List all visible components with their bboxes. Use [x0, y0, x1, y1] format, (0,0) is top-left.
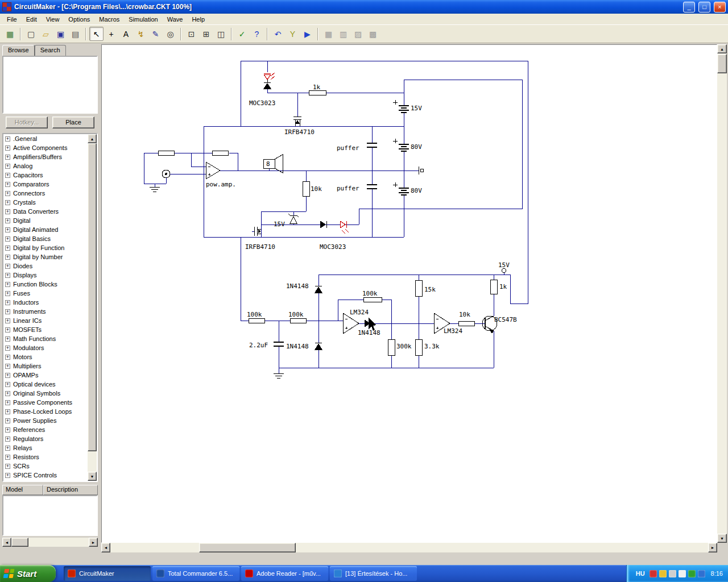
zener-symbol[interactable]: [288, 214, 299, 223]
expand-icon[interactable]: +: [5, 409, 10, 414]
sidebar-item-active-components[interactable]: +Active Components: [3, 143, 88, 152]
scroll-left-icon[interactable]: ◄: [101, 543, 110, 552]
scroll-left-icon[interactable]: ◄: [2, 538, 11, 547]
new-file-button[interactable]: ▢: [24, 27, 38, 41]
expand-icon[interactable]: +: [5, 473, 10, 478]
sidebar-item-passive-components[interactable]: +Passive Components: [3, 398, 88, 407]
sidebar-item-capacitors[interactable]: +Capacitors: [3, 171, 88, 180]
expand-icon[interactable]: +: [5, 164, 10, 169]
expand-icon[interactable]: +: [5, 291, 10, 296]
tray-display-icon[interactable]: [679, 570, 686, 577]
opamp-symbols[interactable]: [206, 162, 450, 334]
sidebar-item-crystals[interactable]: +Crystals: [3, 198, 88, 207]
expand-icon[interactable]: +: [5, 246, 10, 251]
expand-icon[interactable]: +: [5, 255, 10, 260]
fit-page-button[interactable]: ⊡: [184, 27, 198, 41]
expand-icon[interactable]: +: [5, 136, 10, 142]
sidebar-item-instruments[interactable]: +Instruments: [3, 307, 88, 316]
taskbar-item-adobe-reader-m-v[interactable]: Adobe Reader - [műv...: [241, 566, 328, 581]
category-scrollbar[interactable]: ▲ ▼: [88, 134, 97, 481]
delete-tool-button[interactable]: ↯: [134, 27, 148, 41]
run-simulation-button[interactable]: ▶: [300, 27, 315, 41]
minimize-button[interactable]: _: [683, 2, 695, 13]
tray-volume-icon[interactable]: [669, 570, 676, 577]
tab-browse[interactable]: Browse: [2, 45, 35, 56]
expand-icon[interactable]: +: [5, 282, 10, 287]
sidebar-item-phase-locked-loops[interactable]: +Phase-Locked Loops: [3, 407, 88, 416]
digital-display-4-button[interactable]: ▩: [366, 27, 380, 41]
digital-display-2-button[interactable]: ▥: [336, 27, 350, 41]
expand-icon[interactable]: +: [5, 327, 10, 332]
language-indicator[interactable]: HU: [634, 569, 647, 577]
split-view-button[interactable]: ◫: [214, 27, 228, 41]
sidebar-item-math-functions[interactable]: +Math Functions: [3, 334, 88, 343]
scrollbar-thumb[interactable]: [717, 54, 727, 73]
expand-icon[interactable]: +: [5, 336, 10, 342]
probe-y-button[interactable]: Y: [286, 27, 300, 41]
menu-item-edit[interactable]: Edit: [22, 14, 42, 24]
expand-icon[interactable]: +: [5, 436, 10, 442]
sidebar-item-references[interactable]: +References: [3, 425, 88, 434]
expand-icon[interactable]: +: [5, 182, 10, 187]
sidebar-item-diodes[interactable]: +Diodes: [3, 261, 88, 271]
schematic-wires[interactable]: [144, 61, 528, 373]
schematic-canvas[interactable]: MOC30231k15VIRFB4710puffer80Vpuffer80Vpo…: [101, 44, 717, 543]
sidebar-item-relays[interactable]: +Relays: [3, 443, 88, 452]
reset-simulation-button[interactable]: ↶: [271, 27, 285, 41]
expand-icon[interactable]: +: [5, 264, 10, 269]
print-button[interactable]: ▤: [68, 27, 82, 41]
expand-icon[interactable]: +: [5, 218, 10, 223]
sidebar-item-digital-by-function[interactable]: +Digital by Function: [3, 243, 88, 252]
sidebar-item-modulators[interactable]: +Modulators: [3, 343, 88, 352]
tray-update-icon[interactable]: [698, 570, 705, 577]
sidebar-item-resistors[interactable]: +Resistors: [3, 452, 88, 462]
start-button[interactable]: Start: [0, 565, 56, 582]
sidebar-item-power-supplies[interactable]: +Power Supplies: [3, 416, 88, 425]
help-button[interactable]: ?: [250, 27, 264, 41]
menu-item-help[interactable]: Help: [187, 14, 209, 24]
canvas-hscrollbar[interactable]: ◄ ►: [101, 543, 717, 552]
clock[interactable]: 8:16: [711, 570, 723, 577]
expand-icon[interactable]: +: [5, 236, 10, 242]
sidebar-item-general[interactable]: +.General: [3, 134, 88, 143]
scrollbar-thumb[interactable]: [11, 538, 28, 547]
expand-icon[interactable]: +: [5, 391, 10, 396]
sidebar-item-digital-animated[interactable]: +Digital Animated: [3, 225, 88, 234]
capacitor-symbols[interactable]: [274, 143, 377, 346]
open-folder-button[interactable]: ▱: [39, 27, 53, 41]
expand-icon[interactable]: +: [5, 173, 10, 178]
scroll-down-icon[interactable]: ▼: [88, 472, 97, 481]
expand-icon[interactable]: +: [5, 373, 10, 378]
expand-icon[interactable]: +: [5, 200, 10, 205]
expand-icon[interactable]: +: [5, 146, 10, 151]
sidebar-item-motors[interactable]: +Motors: [3, 352, 88, 361]
scroll-right-icon[interactable]: ►: [89, 538, 98, 547]
digital-display-1-button[interactable]: ▦: [321, 27, 336, 41]
sidebar-item-amplifiers-buffers[interactable]: +Amplifiers/Buffers: [3, 152, 88, 161]
sidebar-item-optical-devices[interactable]: +Optical devices: [3, 380, 88, 389]
transistor-symbol[interactable]: [482, 316, 497, 333]
sidebar-item-displays[interactable]: +Displays: [3, 271, 88, 280]
wire-tool-button[interactable]: +: [104, 27, 118, 41]
sidebar-item-scrs[interactable]: +SCRs: [3, 462, 88, 471]
expand-icon[interactable]: +: [5, 418, 10, 423]
sidebar-item-inductors[interactable]: +Inductors: [3, 298, 88, 307]
digital-display-3-button[interactable]: ▨: [351, 27, 365, 41]
parts-bin-button[interactable]: ▦: [3, 27, 17, 41]
battery-symbols[interactable]: [393, 100, 409, 195]
resistor-symbols[interactable]: [158, 90, 497, 355]
zoom-tool-button[interactable]: ◎: [163, 27, 177, 41]
sidebar-item-digital-basics[interactable]: +Digital Basics: [3, 234, 88, 243]
sidebar-item-linear-ics[interactable]: +Linear ICs: [3, 316, 88, 325]
close-button[interactable]: ×: [714, 2, 726, 13]
sidebar-item-analog[interactable]: +Analog: [3, 161, 88, 171]
ground-symbols[interactable]: [150, 187, 284, 378]
expand-icon[interactable]: +: [5, 273, 10, 278]
expand-icon[interactable]: +: [5, 464, 10, 469]
speaker-symbol[interactable]: [263, 155, 283, 173]
expand-icon[interactable]: +: [5, 309, 10, 314]
expand-icon[interactable]: +: [5, 300, 10, 305]
menu-item-view[interactable]: View: [42, 14, 64, 24]
sidebar-item-digital[interactable]: +Digital: [3, 216, 88, 225]
sidebar-item-function-blocks[interactable]: +Function Blocks: [3, 280, 88, 289]
